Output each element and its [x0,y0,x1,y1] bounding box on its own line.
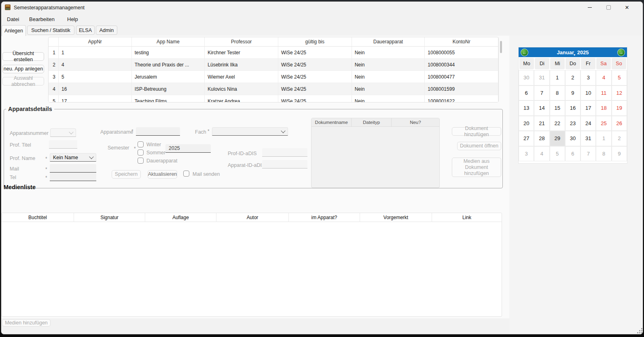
app-table-col-header[interactable]: App Name [132,37,205,46]
medien-aus-dokument-button[interactable]: Medien aus Dokument hinzufügen [452,158,501,177]
calendar-day-cell[interactable]: 7 [534,85,549,101]
app-table-col-header[interactable]: Professor [205,37,278,46]
media-col-header[interactable]: Auflage [145,213,216,222]
tab-anlegen[interactable]: Anlegen [2,25,26,36]
calendar-day-cell[interactable]: 1 [596,131,611,146]
calendar-day-cell[interactable]: 2 [612,131,627,146]
app-table-col-header[interactable]: KontoNr [425,37,498,46]
calendar-day-cell[interactable]: 25 [596,116,611,131]
calendar-day-cell[interactable]: 8 [550,85,565,101]
calendar-day-cell[interactable]: 9 [612,146,627,162]
app-table-scrollbar[interactable] [500,41,502,53]
calendar-day-cell[interactable]: 22 [550,116,565,131]
calendar-day-cell[interactable]: 5 [550,146,565,162]
media-col-header[interactable]: Autor [216,213,289,222]
resize-grip[interactable] [637,328,643,334]
calendar-day-cell[interactable]: 12 [612,85,627,101]
app-table-col-header[interactable]: Dauerapparat [352,37,425,46]
calendar-title[interactable]: Januar▾ 2025 [557,49,589,55]
calendar-day-cell[interactable]: 1 [550,70,565,85]
calendar-day-cell[interactable]: 19 [612,100,627,116]
media-col-header[interactable]: Buchtitel [2,213,74,222]
calendar-day-cell[interactable]: 31 [534,70,549,85]
calendar-day-cell[interactable]: 28 [534,131,549,146]
prof-id-adis-field[interactable] [262,148,307,157]
calendar-day-cell[interactable]: 16 [565,100,580,116]
tab-suchen-statistik[interactable]: Suchen / Statistik [27,26,74,35]
calendar-day-cell[interactable]: 7 [580,146,596,162]
fach-combobox[interactable] [212,127,288,136]
calendar-day-cell[interactable]: 30 [565,131,580,146]
document-col-header[interactable]: Dokumentname [311,118,352,127]
calendar-day-cell[interactable]: 4 [534,146,549,162]
calendar-day-cell[interactable]: 8 [596,146,611,162]
speichern-button[interactable]: Speichern [112,170,141,179]
dokument-hinzufuegen-button[interactable]: Dokument hinzufügen [452,127,501,136]
menu-help[interactable]: Help [65,15,80,23]
calendar-day-cell[interactable]: 14 [534,100,549,116]
media-col-header[interactable]: im Apparat? [289,213,360,222]
apparatsnummer-combobox[interactable] [50,128,76,137]
calendar-day-cell[interactable]: 6 [565,146,580,162]
apparat-id-adis-field[interactable] [262,160,307,168]
calendar-day-cell[interactable]: 2 [565,70,580,85]
calendar-day-cell[interactable]: 3 [580,70,596,85]
calendar-day-cell[interactable]: 24 [580,116,596,131]
menu-datei[interactable]: Datei [4,15,21,23]
sommer-checkbox[interactable] [138,149,144,156]
tab-elsa[interactable]: ELSA [76,26,95,35]
close-button[interactable]: ✕ [618,2,636,13]
calendar-day-cell[interactable]: 23 [565,116,580,131]
calendar-day-cell[interactable]: 27 [519,131,534,146]
tab-admin[interactable]: Admin [96,26,117,35]
mail-senden-checkbox[interactable] [183,171,189,177]
aktualisieren-button[interactable]: Aktualisieren [148,170,177,179]
neu-app-anlegen-button[interactable]: neu. App anlegen [2,65,44,73]
calendar-day-cell[interactable]: 10 [580,85,596,101]
table-row[interactable]: 24Theorie und Praxis der ...Lüsebrink Il… [49,59,498,71]
calendar-day-cell[interactable]: 3 [519,146,534,162]
calendar-day-cell[interactable]: 31 [580,131,596,146]
calendar-day-cell[interactable]: 9 [565,85,580,101]
calendar-day-cell[interactable]: 13 [519,100,534,116]
minimize-button[interactable] [580,2,599,13]
maximize-button[interactable] [599,2,618,13]
media-col-header[interactable]: Signatur [74,213,145,222]
calendar-prev-icon[interactable]: ← [521,49,528,56]
auswahl-abbrechen-button[interactable]: Auswahl abbrechen [2,77,44,85]
table-row[interactable]: 11testingKirchner TesterWiSe 24/25Nein10… [49,47,498,59]
calendar-day-cell[interactable]: 4 [596,70,611,85]
winter-checkbox[interactable] [138,141,144,147]
media-col-header[interactable]: Link [432,213,502,222]
table-row[interactable]: 35JerusalemWiemer AxelWiSe 24/25Nein1008… [49,71,498,83]
dauerapparat-checkbox[interactable] [138,158,144,164]
calendar-day-cell[interactable]: 30 [519,70,534,85]
calendar-day-cell[interactable]: 18 [596,100,611,116]
dokument-oeffnen-button[interactable]: Dokument öffnen [457,142,501,150]
calendar-day-cell[interactable]: 5 [612,70,627,85]
medien-hinzufuegen-button[interactable]: Medien hinzufügen [2,319,51,326]
calendar-day-cell[interactable]: 26 [612,116,627,131]
app-table-col-header[interactable]: AppNr [59,37,132,46]
app-table-col-header[interactable]: gültig bis [278,37,352,46]
calendar-day-cell[interactable]: 21 [534,116,549,131]
mail-field[interactable] [50,164,96,173]
prof-name-combobox[interactable]: Kein Name [50,153,96,162]
menu-bearbeiten[interactable]: Bearbeiten [27,15,57,23]
tel-field[interactable] [50,173,96,181]
prof-titel-field[interactable] [49,140,77,149]
uebersicht-erstellen-button[interactable]: Übersicht erstellen [2,52,44,61]
calendar-day-cell[interactable]: 20 [519,116,534,131]
calendar-next-icon[interactable]: → [617,49,625,56]
calendar-day-cell[interactable]: 15 [550,100,565,116]
apparatsname-field[interactable] [136,127,180,136]
table-row[interactable]: 416ISP-BetreuungKulovics NinaWiSe 24/25N… [49,83,498,95]
calendar-day-cell[interactable]: 17 [580,100,596,116]
calendar-day-cell[interactable]: 6 [519,85,534,101]
year-field[interactable]: 2025 [165,144,211,153]
document-col-header[interactable]: Neu? [392,118,439,127]
media-col-header[interactable]: Vorgemerkt [360,213,432,222]
document-col-header[interactable]: Dateityp [352,118,391,127]
calendar-day-cell[interactable]: 11 [596,85,611,101]
calendar-day-cell[interactable]: 29 [550,131,565,146]
